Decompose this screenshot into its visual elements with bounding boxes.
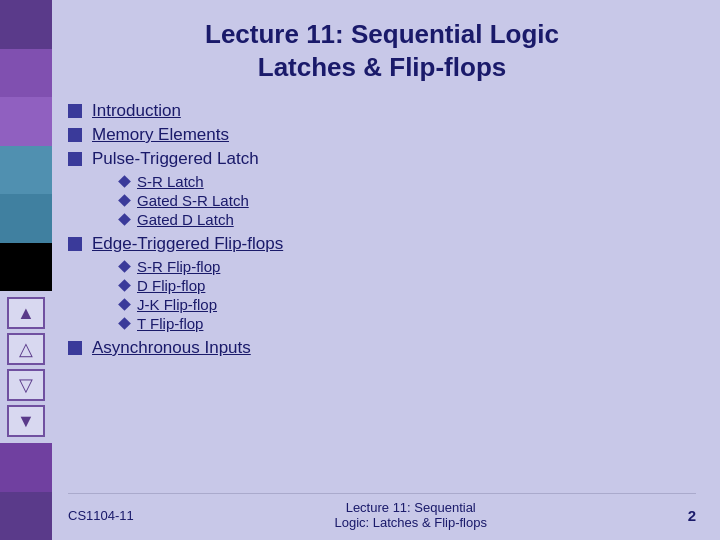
slide-title: Lecture 11: Sequential Logic Latches & F… [68,18,696,83]
arrow-down-outline[interactable]: ▽ [7,369,45,401]
sidebar: ▲ △ ▽ ▼ [0,0,52,540]
sidebar-block-1 [0,0,52,49]
sidebar-block-8 [0,492,52,541]
sub-item-jk-flipflop[interactable]: J-K Flip-flop [120,296,696,313]
sr-latch-link[interactable]: S-R Latch [137,173,204,190]
sidebar-block-7 [0,443,52,492]
diamond-icon [118,298,131,311]
sub-item-t-flipflop[interactable]: T Flip-flop [120,315,696,332]
edge-sub-list: S-R Flip-flop D Flip-flop J-K Flip-flop … [120,258,696,332]
footer: CS1104-11 Lecture 11: Sequential Logic: … [68,493,696,530]
sidebar-block-5 [0,194,52,243]
t-flipflop-link[interactable]: T Flip-flop [137,315,203,332]
sidebar-block-6 [0,243,52,292]
sub-item-sr-latch[interactable]: S-R Latch [120,173,696,190]
list-item-edge-triggered[interactable]: Edge-Triggered Flip-flops [68,234,696,254]
diamond-icon [118,260,131,273]
sr-flipflop-link[interactable]: S-R Flip-flop [137,258,220,275]
footer-center-line2: Logic: Latches & Flip-flops [334,515,486,530]
pulse-triggered-latch-label: Pulse-Triggered Latch [92,149,259,169]
footer-center: Lecture 11: Sequential Logic: Latches & … [134,500,688,530]
bullet-square-icon [68,152,82,166]
gated-d-latch-link[interactable]: Gated D Latch [137,211,234,228]
title-line1: Lecture 11: Sequential Logic [205,19,559,49]
title-line2: Latches & Flip-flops [258,52,506,82]
sidebar-block-2 [0,49,52,98]
diamond-icon [118,279,131,292]
list-item-introduction[interactable]: Introduction [68,101,696,121]
diamond-icon [118,194,131,207]
memory-elements-link[interactable]: Memory Elements [92,125,229,145]
footer-left: CS1104-11 [68,508,134,523]
sub-item-gated-sr-latch[interactable]: Gated S-R Latch [120,192,696,209]
pulse-sub-list: S-R Latch Gated S-R Latch Gated D Latch [120,173,696,228]
sub-item-gated-d-latch[interactable]: Gated D Latch [120,211,696,228]
sidebar-block-3 [0,97,52,146]
bullet-square-icon [68,237,82,251]
footer-center-line1: Lecture 11: Sequential [346,500,476,515]
async-inputs-link[interactable]: Asynchronous Inputs [92,338,251,358]
list-item-async-inputs[interactable]: Asynchronous Inputs [68,338,696,358]
arrow-up-outline[interactable]: △ [7,333,45,365]
list-item-pulse-latch: Pulse-Triggered Latch [68,149,696,169]
gated-sr-latch-link[interactable]: Gated S-R Latch [137,192,249,209]
arrow-down-filled[interactable]: ▼ [7,405,45,437]
bullet-square-icon [68,128,82,142]
bullet-square-icon [68,341,82,355]
introduction-link[interactable]: Introduction [92,101,181,121]
d-flipflop-link[interactable]: D Flip-flop [137,277,205,294]
diamond-icon [118,317,131,330]
top-list: Introduction Memory Elements Pulse-Trigg… [68,101,696,169]
main-content: Lecture 11: Sequential Logic Latches & F… [52,0,720,540]
content-area: Introduction Memory Elements Pulse-Trigg… [68,101,696,493]
footer-right: 2 [688,507,696,524]
diamond-icon [118,213,131,226]
diamond-icon [118,175,131,188]
arrow-up-filled[interactable]: ▲ [7,297,45,329]
sidebar-block-4 [0,146,52,195]
nav-arrows: ▲ △ ▽ ▼ [0,291,52,443]
jk-flipflop-link[interactable]: J-K Flip-flop [137,296,217,313]
async-list: Asynchronous Inputs [68,338,696,358]
sub-item-sr-flipflop[interactable]: S-R Flip-flop [120,258,696,275]
bullet-square-icon [68,104,82,118]
sub-item-d-flipflop[interactable]: D Flip-flop [120,277,696,294]
edge-list: Edge-Triggered Flip-flops [68,234,696,254]
list-item-memory-elements[interactable]: Memory Elements [68,125,696,145]
edge-triggered-link[interactable]: Edge-Triggered Flip-flops [92,234,283,254]
